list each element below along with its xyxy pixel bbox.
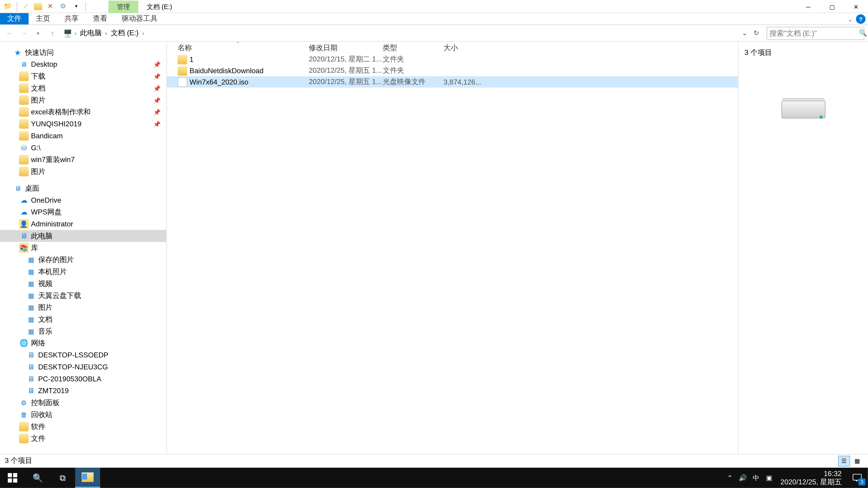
nav-label: excel表格制作求和 [31,107,91,117]
nav-item[interactable]: 软件 [0,421,166,433]
qat-check-icon[interactable]: ✓ [21,1,31,11]
nav-quick-access[interactable]: ★ 快速访问 [0,46,166,59]
nav-item[interactable]: 🖥ZMT2019 [0,385,166,397]
address-dropdown-icon[interactable]: ⌄ [739,28,750,38]
tab-view[interactable]: 查看 [86,13,115,24]
breadcrumb[interactable]: 🖥️ › 此电脑 › 文档 (E:) › [61,28,737,38]
clock[interactable]: 16:32 2020/12/25, 星期五 [776,469,846,486]
file-row[interactable]: Win7x64_2020.iso 2020/12/25, 星期五 1... 光盘… [167,76,738,88]
nav-item[interactable]: 图片 [0,166,166,177]
details-view-button[interactable]: ☰ [838,455,850,466]
forward-button[interactable]: → [18,27,30,39]
ime-indicator[interactable]: 中 [749,468,763,488]
file-date: 2020/12/15, 星期二 1... [309,54,383,64]
folder-icon [19,131,29,140]
tab-drive-tools[interactable]: 驱动器工具 [114,13,164,24]
tab-home[interactable]: 主页 [29,13,57,24]
nav-item[interactable]: ▦图片 [0,301,166,313]
nav-item[interactable]: 🖥此电脑 [0,230,166,242]
nav-label: 图片 [31,166,45,177]
nav-label: 文档 [38,314,53,324]
search-input[interactable] [770,29,859,37]
recent-locations-dropdown[interactable]: ▾ [32,27,44,39]
nav-item[interactable]: 🖥Desktop📌 [0,58,166,70]
nav-label: Bandicam [31,132,63,140]
nav-item[interactable]: ▦音乐 [0,325,166,337]
nav-item[interactable]: excel表格制作求和📌 [0,106,166,118]
desktop-icon: 🖥 [13,184,23,193]
up-button[interactable]: ↑ [46,27,59,39]
qat-close-icon[interactable]: ✕ [45,1,55,11]
qat-folder-icon[interactable] [34,3,42,10]
help-icon[interactable]: ? [856,14,866,24]
minimize-button[interactable]: ─ [796,0,820,13]
nav-item[interactable]: ▦文档 [0,313,166,325]
nav-item[interactable]: 🖥PC-20190530OBLA [0,373,166,385]
back-button[interactable]: ← [4,27,16,39]
file-row[interactable]: 1 2020/12/15, 星期二 1... 文件夹 [167,54,738,65]
chevron-right-icon[interactable]: › [73,30,78,36]
nav-desktop[interactable]: 🖥 桌面 [0,182,166,194]
nav-item[interactable]: 🖥DESKTOP-NJEU3CG [0,361,166,373]
app-icon: 📁 [2,1,13,11]
expand-ribbon-icon[interactable]: ⌄ [848,14,852,24]
icons-view-button[interactable]: ▦ [851,455,863,466]
maximize-button[interactable]: ▢ [820,0,844,13]
task-view-button[interactable]: ⧉ [50,468,75,488]
nav-item[interactable]: ▦视频 [0,278,166,290]
nav-item[interactable]: 文档📌 [0,82,166,94]
file-row[interactable]: BaiduNetdiskDownload 2020/12/25, 星期五 1..… [167,65,738,76]
nav-item[interactable]: ▦本机照片 [0,266,166,278]
nav-item[interactable]: 下载📌 [0,70,166,82]
nav-label: 桌面 [25,183,39,193]
column-name[interactable]: 名称 [178,43,309,53]
tab-share[interactable]: 共享 [57,13,86,24]
taskbar: 🔍 ⧉ ⌃ 🔊 中 ▣ 16:32 2020/12/25, 星期五 3 [0,468,868,488]
nav-item[interactable]: 🖥DESKTOP-LSSOEDP [0,349,166,361]
nav-item[interactable]: ▦保存的图片 [0,254,166,266]
tab-file[interactable]: 文件 [0,13,29,24]
separator [85,2,86,11]
chevron-right-icon[interactable]: › [104,30,108,36]
column-date[interactable]: 修改日期 [309,43,383,53]
volume-icon[interactable]: 🔊 [736,468,749,488]
nav-item[interactable]: 文件 [0,432,166,445]
nav-item[interactable]: 🗑回收站 [0,409,166,421]
nav-item[interactable]: 👤Administrator [0,218,166,230]
nav-item[interactable]: win7重装win7 [0,154,166,166]
qat-dropdown-icon[interactable]: ▾ [71,1,82,11]
chevron-right-icon[interactable]: › [141,30,145,36]
search-button[interactable]: 🔍 [25,468,50,488]
nav-item[interactable]: ⚙控制面板 [0,397,166,409]
nav-network[interactable]: 🌐 网络 [0,337,166,349]
drive-icon: ⛁ [19,143,29,153]
nav-item[interactable]: ☁OneDrive [0,194,166,206]
nav-item[interactable]: 📚库 [0,242,166,254]
nav-label: 回收站 [31,410,53,420]
star-icon: ★ [13,48,23,57]
refresh-icon[interactable]: ↻ [751,28,762,38]
qat-gear-icon[interactable]: ⚙ [58,1,68,11]
search-icon[interactable]: 🔍 [859,29,867,37]
search-box[interactable]: 🔍 [767,26,864,39]
address-bar: ← → ▾ ↑ 🖥️ › 此电脑 › 文档 (E:) › ⌄ ↻ 🔍 [0,25,868,42]
manage-contextual-tab[interactable]: 管理 [108,0,138,13]
nav-item[interactable]: ▦天翼云盘下载 [0,290,166,302]
column-size[interactable]: 大小 [443,43,478,53]
start-button[interactable] [0,468,25,488]
taskbar-explorer[interactable] [75,468,100,488]
nav-item[interactable]: ☁WPS网盘 [0,206,166,218]
action-center-button[interactable]: 3 [846,468,868,488]
nav-item[interactable]: Bandicam [0,130,166,142]
close-button[interactable]: ✕ [844,0,868,13]
tray-expand-icon[interactable]: ⌃ [723,468,736,488]
breadcrumb-this-pc[interactable]: 此电脑 [79,28,103,38]
nav-item[interactable]: 图片📌 [0,94,166,106]
breadcrumb-volume[interactable]: 文档 (E:) [110,28,140,38]
column-type[interactable]: 类型 [383,43,443,53]
nav-item[interactable]: YUNQISHI2019📌 [0,118,166,130]
nav-label: Desktop [31,60,57,68]
nav-item[interactable]: ⛁G:\ [0,142,166,154]
tray-app-icon[interactable]: ▣ [763,468,776,488]
nav-label: win7重装win7 [31,155,74,165]
